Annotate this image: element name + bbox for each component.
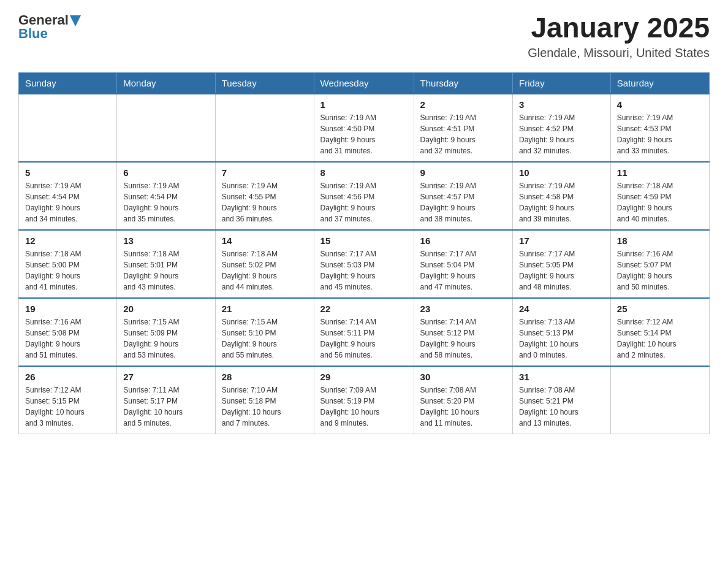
day-info: Sunrise: 7:15 AM Sunset: 5:09 PM Dayligh… [123, 316, 208, 361]
calendar-cell: 15Sunrise: 7:17 AM Sunset: 5:03 PM Dayli… [314, 230, 414, 298]
calendar-cell: 17Sunrise: 7:17 AM Sunset: 5:05 PM Dayli… [512, 230, 610, 298]
calendar-cell: 6Sunrise: 7:19 AM Sunset: 4:54 PM Daylig… [117, 162, 215, 230]
calendar-cell: 23Sunrise: 7:14 AM Sunset: 5:12 PM Dayli… [414, 298, 512, 366]
day-number: 27 [123, 372, 208, 382]
day-info: Sunrise: 7:16 AM Sunset: 5:08 PM Dayligh… [25, 316, 110, 361]
calendar-cell: 11Sunrise: 7:18 AM Sunset: 4:59 PM Dayli… [610, 162, 709, 230]
calendar-cell: 20Sunrise: 7:15 AM Sunset: 5:09 PM Dayli… [117, 298, 215, 366]
day-number: 17 [519, 236, 604, 246]
calendar-cell: 18Sunrise: 7:16 AM Sunset: 5:07 PM Dayli… [610, 230, 709, 298]
calendar-cell: 9Sunrise: 7:19 AM Sunset: 4:57 PM Daylig… [414, 162, 512, 230]
day-info: Sunrise: 7:19 AM Sunset: 4:53 PM Dayligh… [617, 112, 703, 156]
day-number: 5 [25, 167, 110, 178]
calendar-table: Sunday Monday Tuesday Wednesday Thursday… [18, 72, 710, 434]
month-title: January 2025 [528, 12, 710, 44]
calendar-cell: 12Sunrise: 7:18 AM Sunset: 5:00 PM Dayli… [19, 230, 117, 298]
logo-arrow-icon [70, 15, 81, 26]
title-area: January 2025 Glendale, Missouri, United … [528, 12, 710, 60]
day-number: 7 [222, 167, 308, 178]
day-number: 15 [320, 236, 408, 246]
day-number: 2 [420, 99, 506, 110]
calendar-cell: 19Sunrise: 7:16 AM Sunset: 5:08 PM Dayli… [19, 298, 117, 366]
day-info: Sunrise: 7:19 AM Sunset: 4:58 PM Dayligh… [519, 180, 604, 224]
calendar-cell: 31Sunrise: 7:08 AM Sunset: 5:21 PM Dayli… [512, 366, 610, 434]
calendar-cell: 24Sunrise: 7:13 AM Sunset: 5:13 PM Dayli… [512, 298, 610, 366]
calendar-cell: 28Sunrise: 7:10 AM Sunset: 5:18 PM Dayli… [215, 366, 314, 434]
day-info: Sunrise: 7:14 AM Sunset: 5:12 PM Dayligh… [420, 316, 506, 361]
calendar-cell: 16Sunrise: 7:17 AM Sunset: 5:04 PM Dayli… [414, 230, 512, 298]
day-info: Sunrise: 7:19 AM Sunset: 4:57 PM Dayligh… [420, 180, 506, 224]
day-info: Sunrise: 7:18 AM Sunset: 5:00 PM Dayligh… [25, 248, 110, 293]
svg-marker-0 [70, 15, 81, 26]
day-number: 13 [123, 236, 208, 246]
day-number: 31 [519, 372, 604, 382]
calendar-cell: 30Sunrise: 7:08 AM Sunset: 5:20 PM Dayli… [414, 366, 512, 434]
day-info: Sunrise: 7:19 AM Sunset: 4:51 PM Dayligh… [420, 112, 506, 156]
day-number: 3 [519, 99, 604, 110]
day-info: Sunrise: 7:12 AM Sunset: 5:15 PM Dayligh… [25, 385, 110, 429]
day-number: 25 [617, 304, 703, 314]
day-info: Sunrise: 7:18 AM Sunset: 5:01 PM Dayligh… [123, 248, 208, 293]
day-info: Sunrise: 7:19 AM Sunset: 4:54 PM Dayligh… [25, 180, 110, 224]
day-info: Sunrise: 7:11 AM Sunset: 5:17 PM Dayligh… [123, 385, 208, 429]
calendar-cell [215, 94, 314, 162]
day-info: Sunrise: 7:10 AM Sunset: 5:18 PM Dayligh… [222, 385, 308, 429]
calendar-week-row: 12Sunrise: 7:18 AM Sunset: 5:00 PM Dayli… [19, 230, 710, 298]
calendar-cell: 2Sunrise: 7:19 AM Sunset: 4:51 PM Daylig… [414, 94, 512, 162]
calendar-header-row: Sunday Monday Tuesday Wednesday Thursday… [19, 72, 710, 94]
calendar-cell: 1Sunrise: 7:19 AM Sunset: 4:50 PM Daylig… [314, 94, 414, 162]
calendar-cell [610, 366, 709, 434]
header-monday: Monday [117, 72, 215, 94]
calendar-cell: 5Sunrise: 7:19 AM Sunset: 4:54 PM Daylig… [19, 162, 117, 230]
day-info: Sunrise: 7:16 AM Sunset: 5:07 PM Dayligh… [617, 248, 703, 293]
logo-blue-text: Blue [18, 26, 48, 42]
day-info: Sunrise: 7:17 AM Sunset: 5:05 PM Dayligh… [519, 248, 604, 293]
calendar-cell: 14Sunrise: 7:18 AM Sunset: 5:02 PM Dayli… [215, 230, 314, 298]
day-number: 9 [420, 167, 506, 178]
day-number: 29 [320, 372, 408, 382]
day-number: 19 [25, 304, 110, 314]
day-info: Sunrise: 7:19 AM Sunset: 4:50 PM Dayligh… [320, 112, 408, 156]
calendar-cell: 8Sunrise: 7:19 AM Sunset: 4:56 PM Daylig… [314, 162, 414, 230]
calendar-week-row: 1Sunrise: 7:19 AM Sunset: 4:50 PM Daylig… [19, 94, 710, 162]
calendar-cell: 7Sunrise: 7:19 AM Sunset: 4:55 PM Daylig… [215, 162, 314, 230]
calendar-cell: 27Sunrise: 7:11 AM Sunset: 5:17 PM Dayli… [117, 366, 215, 434]
header-friday: Friday [512, 72, 610, 94]
day-info: Sunrise: 7:08 AM Sunset: 5:21 PM Dayligh… [519, 385, 604, 429]
day-info: Sunrise: 7:17 AM Sunset: 5:03 PM Dayligh… [320, 248, 408, 293]
day-number: 26 [25, 372, 110, 382]
calendar-cell: 10Sunrise: 7:19 AM Sunset: 4:58 PM Dayli… [512, 162, 610, 230]
day-info: Sunrise: 7:12 AM Sunset: 5:14 PM Dayligh… [617, 316, 703, 361]
day-info: Sunrise: 7:19 AM Sunset: 4:55 PM Dayligh… [222, 180, 308, 224]
calendar-cell: 25Sunrise: 7:12 AM Sunset: 5:14 PM Dayli… [610, 298, 709, 366]
logo: General Blue [18, 12, 81, 42]
day-info: Sunrise: 7:18 AM Sunset: 5:02 PM Dayligh… [222, 248, 308, 293]
day-info: Sunrise: 7:09 AM Sunset: 5:19 PM Dayligh… [320, 385, 408, 429]
day-number: 20 [123, 304, 208, 314]
calendar-week-row: 5Sunrise: 7:19 AM Sunset: 4:54 PM Daylig… [19, 162, 710, 230]
day-number: 24 [519, 304, 604, 314]
calendar-cell [19, 94, 117, 162]
day-number: 28 [222, 372, 308, 382]
day-number: 14 [222, 236, 308, 246]
day-number: 12 [25, 236, 110, 246]
day-info: Sunrise: 7:15 AM Sunset: 5:10 PM Dayligh… [222, 316, 308, 361]
day-info: Sunrise: 7:17 AM Sunset: 5:04 PM Dayligh… [420, 248, 506, 293]
day-info: Sunrise: 7:14 AM Sunset: 5:11 PM Dayligh… [320, 316, 408, 361]
day-number: 11 [617, 167, 703, 178]
day-number: 4 [617, 99, 703, 110]
header-wednesday: Wednesday [314, 72, 414, 94]
calendar-cell: 26Sunrise: 7:12 AM Sunset: 5:15 PM Dayli… [19, 366, 117, 434]
calendar-week-row: 19Sunrise: 7:16 AM Sunset: 5:08 PM Dayli… [19, 298, 710, 366]
day-number: 18 [617, 236, 703, 246]
header-tuesday: Tuesday [215, 72, 314, 94]
header-sunday: Sunday [19, 72, 117, 94]
day-info: Sunrise: 7:19 AM Sunset: 4:52 PM Dayligh… [519, 112, 604, 156]
day-number: 22 [320, 304, 408, 314]
day-number: 10 [519, 167, 604, 178]
day-number: 6 [123, 167, 208, 178]
header-thursday: Thursday [414, 72, 512, 94]
calendar-cell [117, 94, 215, 162]
day-number: 1 [320, 99, 408, 110]
day-info: Sunrise: 7:08 AM Sunset: 5:20 PM Dayligh… [420, 385, 506, 429]
